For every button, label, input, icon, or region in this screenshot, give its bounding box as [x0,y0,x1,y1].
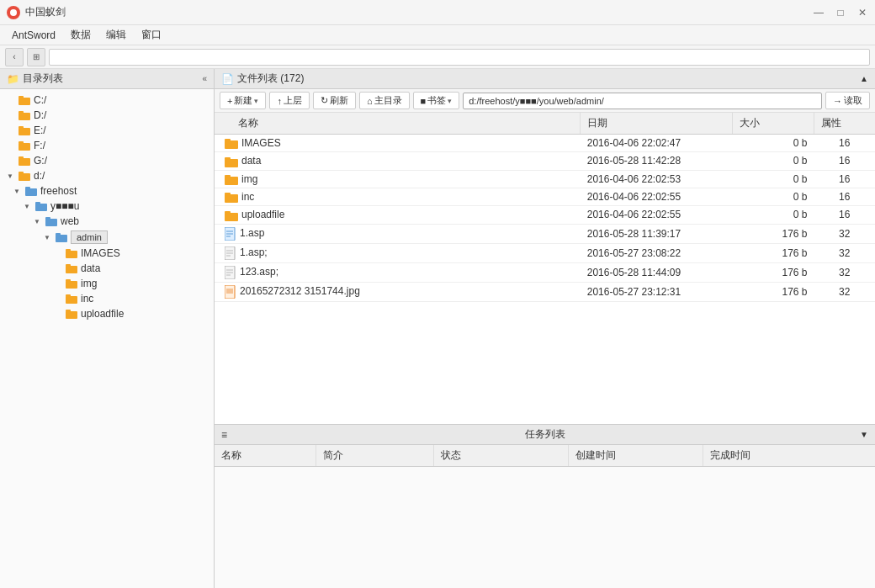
folder-icon [19,110,30,120]
table-row[interactable]: img 2016-04-06 22:02:53 0 b 16 [215,170,875,188]
tree-item-uploadfile[interactable]: uploadfile [0,306,214,321]
up-label: 上层 [284,94,302,107]
svg-rect-30 [66,310,71,312]
tree-label: d:/ [34,170,45,182]
bookmark-button[interactable]: ■ 书签 ▾ [413,92,460,109]
home-label: 主目录 [374,94,402,107]
folder-icon [66,263,77,273]
file-date: 2016-04-06 22:02:53 [581,170,733,188]
file-table-wrap: 名称 日期 大小 属性 IMAGES 2016-04-06 22:02:47 0… [215,113,875,424]
tree-label: E:/ [34,124,46,136]
tree-item-admin[interactable]: ▼ admin [0,229,214,246]
task-collapse[interactable]: ▼ [860,430,868,439]
menu-antsword[interactable]: AntSword [5,28,62,43]
table-row[interactable]: 1.asp; 2016-05-27 23:08:22 176 b 32 [215,243,875,262]
svg-rect-32 [225,139,231,141]
svg-rect-10 [19,156,24,159]
dir-collapse-button[interactable]: « [202,74,207,83]
tree-item-freehost[interactable]: ▼ freehost [0,183,214,199]
file-attr: 16 [814,170,875,188]
left-panel: 📁 目录列表 « C:/ D:/ E:/ [0,69,215,588]
svg-rect-34 [225,157,231,160]
tree-item-web[interactable]: ▼ web [0,214,214,229]
file-list-collapse[interactable]: ▲ [860,74,868,83]
refresh-button[interactable]: ↻ 刷新 [313,92,356,109]
table-row[interactable]: 1.asp 2016-05-28 11:39:17 176 b 32 [215,224,875,243]
svg-rect-13 [25,188,37,196]
file-date: 2016-05-28 11:42:28 [581,152,733,170]
home-icon: ⌂ [367,96,373,106]
menu-data[interactable]: 数据 [64,26,98,44]
expand-icon: ▼ [24,203,32,210]
col-header-date: 日期 [581,113,733,135]
tree-label: D:/ [34,109,46,121]
tree-item-d[interactable]: D:/ [0,108,214,123]
arrow-icon: → [833,96,842,106]
file-date: 2016-05-27 23:08:22 [581,243,733,262]
refresh-icon: ↻ [321,95,328,106]
address-bar[interactable] [49,49,870,66]
svg-rect-3 [19,113,30,120]
menu-window[interactable]: 窗口 [135,26,168,44]
dir-list-label: 目录列表 [23,72,63,86]
refresh-label: 刷新 [330,94,348,107]
file-name: 20165272312 3151744.jpg [215,282,581,301]
table-row[interactable]: inc 2016-04-06 22:02:55 0 b 16 [215,188,875,205]
task-col-name: 名称 [215,445,316,467]
svg-rect-39 [225,213,238,221]
table-row[interactable]: uploadfile 2016-04-06 22:02:55 0 b 16 [215,206,875,224]
tree-item-c[interactable]: C:/ [0,93,214,108]
file-size: 0 b [733,170,814,188]
tree-item-e[interactable]: E:/ [0,123,214,138]
app-logo [7,6,20,19]
svg-rect-26 [66,279,71,282]
folder-icon [35,201,47,211]
tree-label: y■■■u [50,200,79,212]
up-button[interactable]: ↑ 上层 [269,92,310,109]
new-button[interactable]: + 新建 ▾ [220,92,266,109]
tree-item-youu[interactable]: ▼ y■■■u [0,199,214,214]
table-row[interactable]: IMAGES 2016-04-06 22:02:47 0 b 16 [215,135,875,152]
maximize-button[interactable]: □ [835,7,846,19]
file-attr: 32 [814,262,875,282]
tree-item-f[interactable]: F:/ [0,138,214,153]
svg-rect-4 [19,111,24,114]
home-button[interactable]: ⌂ 主目录 [359,92,410,109]
svg-rect-16 [35,202,40,204]
tree-item-data[interactable]: data [0,261,214,276]
svg-rect-24 [66,264,71,267]
svg-rect-19 [56,235,67,242]
tree-label: data [81,262,100,274]
tree-label: G:/ [34,155,47,167]
file-table: 名称 日期 大小 属性 IMAGES 2016-04-06 22:02:47 0… [215,113,875,302]
svg-rect-23 [66,266,77,273]
tree-item-images[interactable]: IMAGES [0,246,214,261]
close-button[interactable]: ✕ [856,7,868,19]
tree-item-g[interactable]: G:/ [0,153,214,168]
table-row[interactable]: 20165272312 3151744.jpg 2016-05-27 23:12… [215,282,875,301]
file-date: 2016-04-06 22:02:55 [581,206,733,224]
minimize-button[interactable]: — [813,7,825,19]
tabs-button[interactable]: ⊞ [27,48,45,66]
title-bar-left: 中国蚁剑 [7,5,66,19]
tree-item-img[interactable]: img [0,276,214,291]
tree-item-inc[interactable]: inc [0,291,214,306]
table-row[interactable]: data 2016-05-28 11:42:28 0 b 16 [215,152,875,170]
menu-edit[interactable]: 编辑 [99,26,133,44]
bookmark-dropdown-arrow: ▾ [448,97,452,105]
back-button[interactable]: ‹ [5,48,24,66]
svg-rect-11 [19,173,30,181]
file-attr: 32 [814,224,875,243]
read-button[interactable]: → 读取 [825,92,870,109]
path-input[interactable]: d:/freehost/y■■■/you/web/admin/ [463,93,822,109]
svg-rect-14 [25,187,30,189]
tree-label: web [61,215,79,227]
tree-label: F:/ [34,140,45,151]
bookmark-icon: ■ [421,96,427,106]
table-row[interactable]: 123.asp; 2016-05-28 11:44:09 176 b 32 [215,262,875,282]
task-list-label: 任务列表 [525,427,565,442]
task-col-desc: 简介 [316,445,433,467]
task-panel: ≡ 任务列表 ▼ 名称 简介 状态 创建时间 完成时间 [215,424,875,588]
tree-item-dslash[interactable]: ▼ d:/ [0,168,214,183]
svg-rect-2 [19,96,24,98]
